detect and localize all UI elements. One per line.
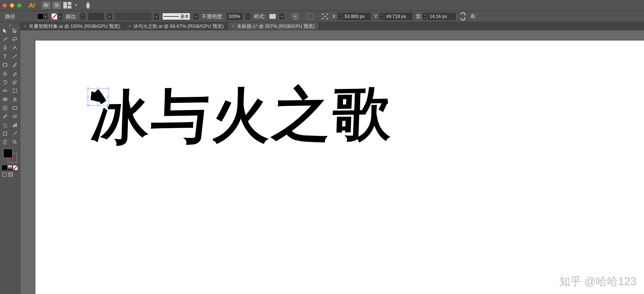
stroke-swatch-group[interactable]: ▾ xyxy=(51,13,62,19)
magic-wand-tool[interactable] xyxy=(0,35,10,43)
x-label: X: xyxy=(332,14,337,19)
chevron-down-icon[interactable] xyxy=(74,2,78,9)
hand-tool[interactable] xyxy=(0,138,10,146)
resize-handle[interactable] xyxy=(97,104,99,106)
artwork-text[interactable]: 冰与火之歌 xyxy=(89,75,395,158)
tab-label: 未标题-1* @ 357% (RGB/GPU 预览) xyxy=(237,23,315,30)
resize-handle[interactable] xyxy=(107,104,109,106)
svg-rect-35 xyxy=(3,132,7,135)
close-tab-icon[interactable]: × xyxy=(232,24,234,29)
variable-width-profile[interactable] xyxy=(115,13,151,20)
pen-tool[interactable] xyxy=(0,43,10,52)
svg-rect-14 xyxy=(15,80,17,82)
fill-swatch-group[interactable]: ▾ xyxy=(37,13,48,19)
document-tab[interactable]: × 未标题-1* @ 357% (RGB/GPU 预览) xyxy=(228,22,319,30)
style-dropdown[interactable]: ▾ xyxy=(280,13,284,19)
shape-builder-tool[interactable] xyxy=(0,95,10,104)
y-spinner[interactable]: ▴▾ xyxy=(379,13,384,20)
stroke-dropdown[interactable]: ▾ xyxy=(57,13,62,19)
line-tool[interactable] xyxy=(10,52,20,61)
stroke-weight-input[interactable] xyxy=(88,13,104,20)
symbol-sprayer-tool[interactable] xyxy=(0,121,10,129)
brush-dropdown[interactable]: ▾ xyxy=(194,13,198,19)
lasso-tool[interactable] xyxy=(10,35,20,43)
x-input[interactable] xyxy=(343,13,371,20)
paintbrush-tool[interactable] xyxy=(10,61,20,69)
fill-indicator[interactable] xyxy=(3,149,13,158)
fill-color-swatch[interactable] xyxy=(37,13,43,19)
maximize-window-button[interactable] xyxy=(17,3,21,8)
bridge-button[interactable]: Br xyxy=(42,2,50,9)
close-window-button[interactable] xyxy=(3,3,7,8)
resize-handle[interactable] xyxy=(107,88,109,90)
width-spinner[interactable]: ▴▾ xyxy=(423,13,427,20)
resize-handle[interactable] xyxy=(87,96,89,98)
rectangle-tool[interactable] xyxy=(0,61,10,69)
screen-mode-icon[interactable] xyxy=(8,172,13,177)
stroke-weight-dropdown[interactable]: ▾ xyxy=(107,13,112,19)
perspective-tool[interactable] xyxy=(10,95,20,104)
scale-tool[interactable] xyxy=(10,78,20,86)
transform-icon[interactable] xyxy=(321,13,329,20)
slice-tool[interactable] xyxy=(10,129,20,138)
recolor-icon[interactable] xyxy=(291,13,299,20)
opacity-input[interactable] xyxy=(227,13,242,20)
stock-button[interactable]: St xyxy=(53,2,61,9)
resize-handle[interactable] xyxy=(107,96,109,98)
rotate-tool[interactable] xyxy=(0,78,10,86)
column-graph-tool[interactable] xyxy=(10,121,20,129)
artboard[interactable]: 冰与火之歌 知乎 @哈哈123 xyxy=(35,40,644,294)
resize-handle[interactable] xyxy=(87,88,89,90)
resize-handle[interactable] xyxy=(87,104,89,106)
svg-line-37 xyxy=(15,143,17,144)
fill-dropdown[interactable]: ▾ xyxy=(43,13,48,19)
opacity-dropdown[interactable]: › xyxy=(246,13,250,19)
eyedropper-tool[interactable] xyxy=(0,112,10,121)
eraser-tool[interactable] xyxy=(10,69,20,78)
gradient-tool[interactable] xyxy=(10,104,20,112)
document-tab-bar: × 矢量智能对象.ai @ 150% (RGB/GPU 预览) × 冰与火之歌.… xyxy=(20,22,644,30)
width-input[interactable] xyxy=(428,13,456,20)
free-transform-tool[interactable] xyxy=(10,86,20,95)
fill-stroke-indicator[interactable] xyxy=(3,149,17,163)
document-tab[interactable]: × 矢量智能对象.ai @ 150% (RGB/GPU 预览) xyxy=(20,22,125,30)
stroke-weight-spinner[interactable]: ▴▾ xyxy=(81,13,85,20)
minimize-window-button[interactable] xyxy=(10,3,14,8)
brush-definition[interactable]: 基本 xyxy=(162,13,190,20)
artboard-tool[interactable] xyxy=(0,129,10,138)
document-tab[interactable]: × 冰与火之歌.ai @ 66.67% (RGB/GPU 预览) xyxy=(125,22,228,30)
resize-handle[interactable] xyxy=(97,88,99,90)
selection-type-label: 路径 xyxy=(5,13,15,20)
canvas-viewport[interactable]: 冰与火之歌 知乎 @哈哈123 xyxy=(20,30,644,294)
type-tool[interactable]: T xyxy=(0,52,10,61)
color-mode-gradient[interactable] xyxy=(8,165,13,170)
gpu-rocket-icon[interactable] xyxy=(84,2,92,9)
svg-rect-34 xyxy=(16,123,17,127)
selection-bounding-box[interactable] xyxy=(88,88,108,106)
direct-selection-tool[interactable] xyxy=(10,26,20,35)
draw-mode-icon[interactable] xyxy=(2,172,7,177)
svg-point-9 xyxy=(13,37,17,40)
close-tab-icon[interactable]: × xyxy=(24,24,26,29)
close-tab-icon[interactable]: × xyxy=(129,24,131,29)
x-spinner[interactable]: ▴▾ xyxy=(338,13,342,20)
zoom-tool[interactable] xyxy=(10,138,20,146)
y-input[interactable] xyxy=(385,13,412,20)
width-tool[interactable] xyxy=(0,86,10,95)
blend-tool[interactable] xyxy=(10,112,20,121)
curvature-tool[interactable] xyxy=(10,43,20,52)
selection-tool[interactable] xyxy=(0,26,10,35)
width-profile-dropdown[interactable]: ▾ xyxy=(154,13,159,19)
mesh-tool[interactable] xyxy=(0,104,10,112)
color-mode-solid[interactable] xyxy=(2,165,7,170)
graphic-style-swatch[interactable] xyxy=(269,14,276,19)
width-label: 宽: xyxy=(416,13,422,20)
stroke-color-swatch[interactable] xyxy=(51,13,57,19)
panel-grip[interactable]: ◂◂ xyxy=(0,23,20,26)
selected-path[interactable] xyxy=(90,90,107,104)
link-wh-icon[interactable] xyxy=(459,13,467,20)
align-icon[interactable] xyxy=(306,13,314,20)
shaper-tool[interactable] xyxy=(0,69,10,78)
arrange-documents-icon[interactable] xyxy=(63,2,71,9)
color-mode-none[interactable] xyxy=(13,165,18,170)
